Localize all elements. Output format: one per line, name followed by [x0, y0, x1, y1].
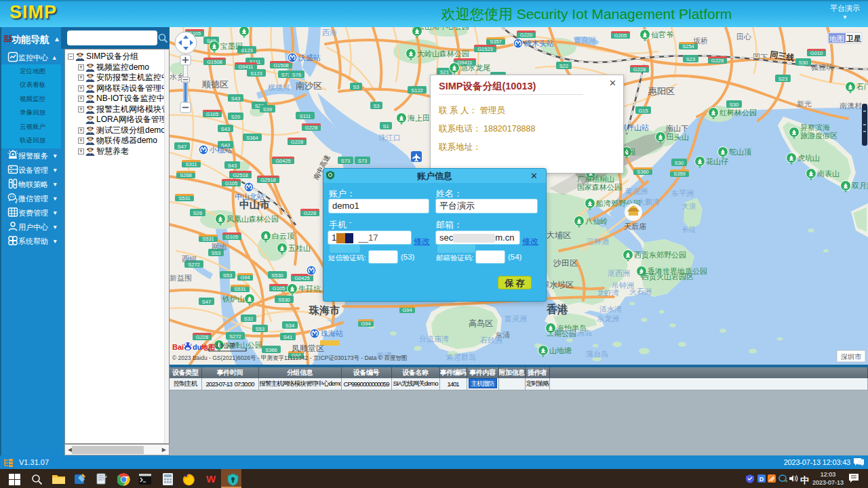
svg-text:白云顶: 白云顶	[272, 232, 294, 240]
svg-text:西贡东郊野公园: 西贡东郊野公园	[634, 251, 686, 260]
svg-text:S76: S76	[292, 72, 301, 78]
svg-text:花山仔: 花山仔	[706, 157, 728, 165]
svg-text:G15: G15	[638, 108, 648, 114]
svg-text:新益围: 新益围	[170, 274, 192, 282]
svg-text:S111: S111	[300, 113, 311, 119]
svg-text:坂桥: 坂桥	[693, 37, 708, 45]
svg-text:G1523: G1523	[477, 46, 493, 52]
svg-text:卫星: 卫星	[846, 35, 861, 43]
svg-text:铁炉山: 铁炉山	[222, 295, 245, 303]
svg-text:急水龙尾: 急水龙尾	[460, 64, 490, 72]
svg-text:S360: S360	[637, 169, 649, 175]
svg-text:G228: G228	[711, 58, 724, 64]
svg-text:小榄站: 小榄站	[209, 146, 232, 154]
svg-text:S364: S364	[246, 135, 258, 141]
svg-text:大鹏湾: 大鹏湾	[637, 198, 660, 206]
svg-text:S123: S123	[250, 70, 262, 77]
svg-text:S1: S1	[382, 123, 389, 129]
svg-text:石门坑芭: 石门坑芭	[856, 83, 868, 91]
svg-text:S47: S47	[178, 144, 186, 150]
svg-text:异察滨海: 异察滨海	[800, 123, 830, 131]
svg-text:S23: S23	[686, 56, 695, 62]
svg-text:罗洲岛: 罗洲岛	[570, 329, 592, 337]
svg-text:G9411: G9411	[239, 64, 254, 70]
svg-text:五桂山: 五桂山	[288, 244, 311, 252]
svg-text:W: W	[206, 473, 216, 485]
svg-text:G205: G205	[614, 33, 627, 39]
svg-text:清水湾: 清水湾	[599, 305, 622, 313]
svg-text:S20: S20	[231, 114, 240, 120]
svg-text:凤凰山森林公园: 凤凰山森林公园	[226, 215, 279, 223]
svg-text:D: D	[760, 476, 764, 483]
svg-text:S23: S23	[778, 76, 787, 82]
svg-text:G2518: G2518	[233, 172, 248, 178]
svg-text:沤西洲: 沤西洲	[608, 269, 630, 277]
svg-text:天后庙: 天后庙	[624, 222, 646, 230]
svg-text:S3: S3	[373, 103, 379, 109]
svg-text:凹下: 凹下	[753, 53, 768, 61]
svg-text:S366: S366	[265, 347, 277, 353]
svg-text:虎坑山: 虎坑山	[797, 154, 820, 162]
svg-text:仙官爷: 仙官爷	[651, 30, 673, 39]
svg-text:双月湾: 双月湾	[851, 182, 868, 190]
svg-text:大岭山森林公园: 大岭山森林公园	[417, 49, 469, 58]
svg-text:S122: S122	[411, 87, 423, 94]
svg-text:牛孖坑: 牛孖坑	[298, 285, 321, 293]
svg-text:G1508: G1508	[273, 62, 289, 68]
svg-text:田头山: 田头山	[667, 133, 689, 141]
svg-text:G94: G94	[240, 274, 250, 281]
svg-text:S43: S43	[231, 96, 240, 102]
svg-text:S30: S30	[675, 160, 684, 166]
svg-text:G2518: G2518	[260, 177, 276, 183]
svg-text:Bai: Bai	[172, 343, 184, 351]
svg-text:广东梧桐山: 广东梧桐山	[577, 175, 614, 183]
svg-text:G228: G228	[633, 66, 646, 73]
svg-text:S26: S26	[193, 210, 202, 216]
svg-text:三杯酒: 三杯酒	[587, 237, 609, 245]
svg-text:G105: G105	[226, 234, 238, 240]
svg-text:地图: 地图	[201, 344, 215, 351]
svg-text:S53: S53	[256, 326, 264, 332]
svg-text:蒲台岛: 蒲台岛	[586, 350, 608, 358]
svg-text:S272: S272	[229, 333, 241, 340]
svg-text:G1508: G1508	[207, 59, 222, 65]
svg-text:S43: S43	[221, 126, 230, 132]
svg-text:火石洲: 火石洲	[629, 287, 652, 296]
svg-text:西海: 西海	[322, 28, 337, 37]
svg-text:东涌: 东涌	[495, 331, 510, 339]
svg-text:西坝: 西坝	[182, 255, 197, 263]
svg-text:G228: G228	[196, 334, 208, 340]
svg-text:富灵洲: 富灵洲	[505, 314, 527, 323]
svg-text:樟木头站: 樟木头站	[524, 39, 554, 47]
svg-text:大浪: 大浪	[682, 203, 696, 210]
svg-text:G228: G228	[304, 210, 316, 216]
svg-text:东龙洲: 东龙洲	[597, 314, 619, 323]
svg-text:G010: G010	[810, 50, 823, 56]
svg-text:网地: 网地	[212, 243, 226, 251]
svg-text:S268: S268	[180, 172, 192, 178]
svg-text:du: du	[193, 343, 201, 351]
svg-text:G105: G105	[225, 180, 237, 186]
svg-text:G220: G220	[520, 32, 532, 38]
svg-text:G228: G228	[291, 139, 303, 145]
svg-text:G105: G105	[206, 111, 218, 117]
svg-text:黄泥洲: 黄泥洲	[625, 187, 648, 195]
svg-text:置良湖: 置良湖	[574, 36, 596, 44]
svg-text:香港: 香港	[546, 303, 568, 315]
svg-text:深圳市: 深圳市	[841, 353, 862, 361]
svg-text:S73: S73	[358, 158, 367, 164]
svg-text:S531: S531	[202, 236, 214, 242]
svg-text:G94: G94	[402, 307, 412, 313]
svg-text:S22: S22	[559, 63, 568, 69]
svg-text:S530: S530	[278, 297, 290, 303]
svg-text:G228: G228	[305, 125, 317, 131]
svg-text:S3: S3	[353, 84, 359, 90]
svg-text:S73: S73	[341, 158, 350, 164]
svg-text:宝墨园: 宝墨园	[220, 42, 243, 50]
svg-text:田心: 田心	[736, 33, 751, 41]
svg-text:南表山: 南表山	[817, 169, 840, 178]
svg-text:凤顺堂区: 凤顺堂区	[292, 344, 324, 353]
svg-text:南山下: 南山下	[666, 124, 688, 132]
svg-text:S34: S34	[285, 323, 294, 329]
svg-text:S43: S43	[228, 163, 237, 169]
